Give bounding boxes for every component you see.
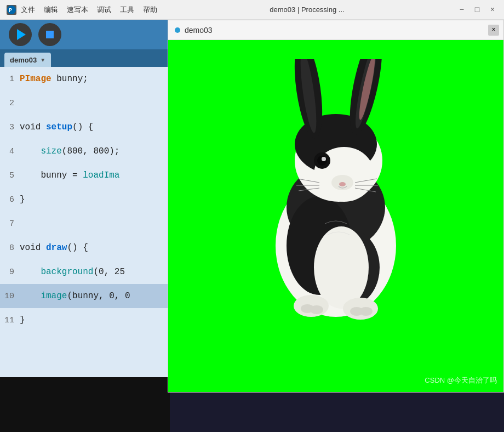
code-content-4: size(800, 800); [20, 146, 119, 156]
window-title: demo03 | Processing ... [270, 5, 344, 14]
menu-edit[interactable]: 编辑 [44, 5, 58, 15]
svg-point-31 [359, 307, 373, 316]
menu-help[interactable]: 帮助 [143, 5, 157, 15]
svg-point-19 [339, 182, 346, 186]
menu-debug[interactable]: 调试 [97, 5, 111, 15]
line-number-7: 7 [0, 219, 20, 229]
ide-window: demo03 ▼ 1 PImage bunny; 2 3 void setup(… [0, 20, 170, 432]
minimize-button[interactable]: − [457, 5, 467, 15]
svg-point-16 [317, 156, 327, 166]
code-line-11: 11 } [0, 308, 170, 332]
window-controls: − □ × [457, 5, 497, 15]
menu-file[interactable]: 文件 [21, 5, 35, 15]
code-line-5: 5 bunny = loadIma [0, 163, 170, 187]
code-content-3: void setup() { [20, 122, 93, 132]
line-number-1: 1 [0, 75, 20, 84]
code-content-8: void draw() { [20, 243, 88, 253]
line-number-4: 4 [0, 147, 20, 156]
code-line-3: 3 void setup() { [0, 115, 170, 139]
menu-tools[interactable]: 工具 [120, 5, 134, 15]
code-line-9: 9 background(0, 25 [0, 260, 170, 284]
code-content-10: image(bunny, 0, 0 [20, 291, 130, 301]
svg-point-6 [314, 226, 369, 309]
code-line-6: 6 } [0, 187, 170, 212]
title-bar-left: P 文件 编辑 速写本 调试 工具 帮助 [7, 5, 157, 15]
code-content-6: } [20, 195, 25, 204]
code-line-4: 4 size(800, 800); [0, 139, 170, 163]
code-content-11: } [20, 315, 25, 325]
title-bar: P 文件 编辑 速写本 调试 工具 帮助 demo03 | Processing… [0, 0, 504, 20]
tab-demo03[interactable]: demo03 ▼ [4, 53, 51, 67]
code-content-1: PImage bunny; [20, 74, 88, 84]
watermark-text: CSDN @今天自治了吗 [425, 376, 497, 385]
rabbit-image [248, 59, 423, 344]
preview-canvas: CSDN @今天自治了吗 [168, 40, 503, 392]
menu-sketch[interactable]: 速写本 [67, 5, 88, 15]
play-button[interactable] [9, 23, 32, 46]
code-line-7: 7 [0, 212, 170, 236]
line-number-2: 2 [0, 99, 20, 108]
tab-bar: demo03 ▼ [0, 49, 170, 67]
stop-icon [46, 31, 54, 38]
line-number-11: 11 [0, 316, 20, 325]
preview-close-button[interactable]: × [488, 25, 499, 36]
code-editor[interactable]: 1 PImage bunny; 2 3 void setup() { 4 siz… [0, 67, 170, 417]
tab-dropdown-icon: ▼ [40, 57, 45, 63]
code-line-1: 1 PImage bunny; [0, 67, 170, 91]
preview-indicator-dot [175, 27, 180, 33]
line-number-6: 6 [0, 195, 20, 204]
maximize-button[interactable]: □ [472, 5, 482, 15]
menu-bar: 文件 编辑 速写本 调试 工具 帮助 [21, 5, 157, 15]
line-number-10: 10 [0, 292, 20, 301]
preview-window: demo03 × [168, 20, 504, 393]
code-line-10: 10 image(bunny, 0, 0 [0, 284, 170, 308]
code-line-8: 8 void draw() { [0, 236, 170, 260]
code-line-2: 2 [0, 91, 170, 115]
svg-point-29 [310, 305, 323, 314]
line-number-3: 3 [0, 123, 20, 132]
play-icon [17, 29, 26, 40]
preview-window-title: demo03 [185, 26, 213, 35]
svg-point-17 [322, 157, 326, 161]
tab-label: demo03 [10, 56, 37, 64]
line-number-5: 5 [0, 171, 20, 180]
toolbar [0, 20, 170, 49]
ide-bottom-panel [0, 377, 170, 432]
preview-title-bar: demo03 × [168, 20, 503, 40]
code-content-9: background(0, 25 [20, 267, 125, 277]
line-number-9: 9 [0, 268, 20, 277]
processing-logo-icon: P [7, 5, 16, 15]
line-number-8: 8 [0, 243, 20, 253]
close-button[interactable]: × [488, 5, 497, 15]
code-content-5: bunny = loadIma [20, 170, 119, 180]
svg-text:P: P [9, 8, 12, 14]
stop-button[interactable] [38, 23, 61, 46]
